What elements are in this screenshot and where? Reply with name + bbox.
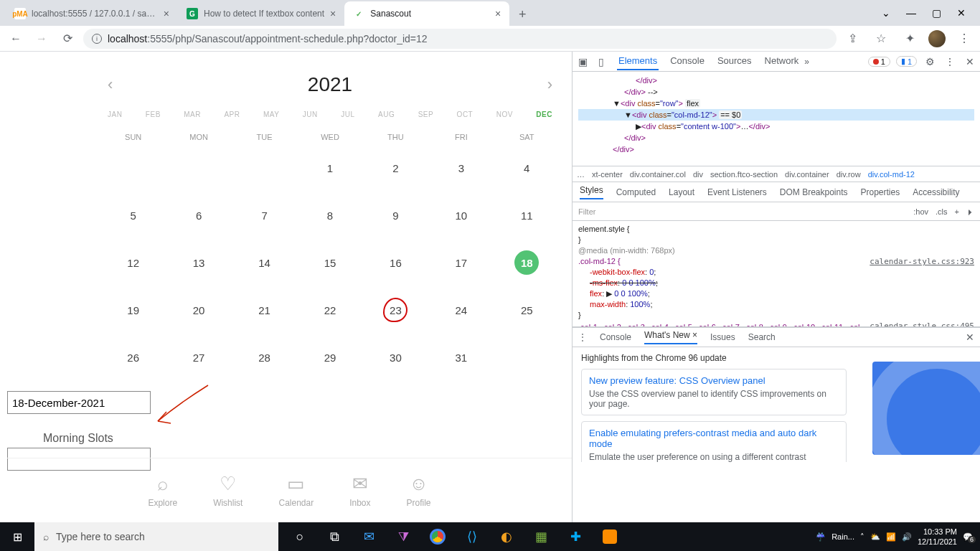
app-icon-1[interactable]: ▦ xyxy=(525,522,557,551)
cortana-icon[interactable]: ○ xyxy=(284,522,316,551)
styles-subtab[interactable]: Event Listeners xyxy=(707,187,767,197)
back-button[interactable]: ← xyxy=(6,29,26,49)
calendar-day[interactable]: 11 xyxy=(494,203,560,227)
calendar-day[interactable]: 25 xyxy=(494,298,560,322)
styles-subtab[interactable]: Computed xyxy=(616,187,656,197)
breadcrumb-item[interactable]: … xyxy=(577,170,585,179)
browser-tab[interactable]: ✓Sanascout× xyxy=(344,1,509,26)
calendar-month[interactable]: JUL xyxy=(341,110,354,118)
device-toggle-icon[interactable]: ▯ xyxy=(594,55,608,69)
styles-subtab[interactable]: Layout xyxy=(669,187,694,197)
filter-input[interactable]: Filter xyxy=(578,207,595,216)
calendar-month[interactable]: AUG xyxy=(378,110,395,118)
styles-subtab[interactable]: DOM Breakpoints xyxy=(780,187,848,197)
more-panels[interactable]: » xyxy=(804,57,809,67)
errors-badge[interactable]: 1 xyxy=(868,57,890,67)
calendar-day[interactable]: 7 xyxy=(232,203,297,227)
eclipse-icon[interactable]: ◐ xyxy=(491,522,522,551)
breadcrumb-item[interactable]: div xyxy=(693,170,703,179)
calendar-day[interactable]: 5 xyxy=(100,203,166,227)
calendar-day[interactable]: 22 xyxy=(297,298,362,322)
calendar-month[interactable]: JAN xyxy=(108,110,122,118)
inspect-icon[interactable]: ▣ xyxy=(575,55,590,69)
chevron-down-icon[interactable]: ⌄ xyxy=(882,7,890,19)
calendar-day[interactable]: 26 xyxy=(100,345,166,369)
clock[interactable]: 10:33 PM 12/11/2021 xyxy=(918,527,957,547)
breadcrumb-item[interactable]: div.container.col xyxy=(630,170,686,179)
profile-avatar[interactable] xyxy=(928,30,946,47)
breadcrumb-item[interactable]: section.ftco-section xyxy=(710,170,778,179)
devtools-tab[interactable]: Network xyxy=(763,52,801,70)
calendar-day[interactable]: 31 xyxy=(428,345,494,369)
styles-pane[interactable]: element.style { } @media (min-width: 768… xyxy=(573,221,980,327)
app-icon-2[interactable]: ✚ xyxy=(560,522,591,551)
breadcrumb-item[interactable]: div.col-md-12 xyxy=(868,170,915,179)
drawer-tab[interactable]: Search xyxy=(748,332,776,342)
devtools-tab[interactable]: Elements xyxy=(617,52,659,70)
calendar-day[interactable]: 18 xyxy=(494,250,560,275)
task-view-icon[interactable]: ⧉ xyxy=(319,522,350,551)
calendar-prev[interactable]: ‹ xyxy=(108,75,113,94)
calendar-day[interactable]: 20 xyxy=(166,298,231,322)
chrome-icon[interactable] xyxy=(422,522,453,551)
bottom-nav-item[interactable]: ☺Profile xyxy=(407,473,431,508)
calendar-day[interactable]: 8 xyxy=(297,203,362,227)
calendar-day[interactable]: 9 xyxy=(363,203,428,227)
site-info-icon[interactable]: i xyxy=(92,34,102,44)
devtools-tab[interactable]: Sources xyxy=(716,52,753,70)
calendar-day[interactable]: 24 xyxy=(428,298,494,322)
notifications-icon[interactable]: 💬6 xyxy=(963,532,973,542)
wifi-icon[interactable]: 📶 xyxy=(886,532,896,542)
styles-subtab[interactable]: Styles xyxy=(580,185,603,199)
calendar-day[interactable]: 23 xyxy=(363,298,428,322)
drawer-tab[interactable]: Console xyxy=(600,332,631,342)
calendar-day[interactable]: 4 xyxy=(494,156,560,180)
forward-button[interactable]: → xyxy=(32,29,52,49)
calendar-month[interactable]: MAR xyxy=(184,110,201,118)
styles-subtab[interactable]: Accessibility xyxy=(913,187,959,197)
calendar-day[interactable]: 15 xyxy=(297,250,362,275)
toggle-icon[interactable]: ⏵ xyxy=(966,207,974,216)
bottom-nav-item[interactable]: ⌕Explore xyxy=(148,473,177,508)
kebab-icon[interactable]: ⋮ xyxy=(943,55,957,69)
calendar-day[interactable]: 28 xyxy=(232,345,297,369)
taskbar-search[interactable]: ⌕ Type here to search xyxy=(34,522,278,551)
drawer-close-icon[interactable]: ✕ xyxy=(966,331,974,343)
maximize-icon[interactable]: ▢ xyxy=(932,7,941,19)
calendar-day[interactable]: 6 xyxy=(166,203,231,227)
menu-icon[interactable]: ⋮ xyxy=(954,29,974,49)
whatsnew-card[interactable]: Enable emulating prefers-contrast media … xyxy=(581,421,847,462)
devtools-close-icon[interactable]: ✕ xyxy=(963,55,977,69)
calendar-day[interactable]: 30 xyxy=(363,345,428,369)
filter-toggle[interactable]: .cls xyxy=(936,207,948,216)
drawer-tab[interactable]: Issues xyxy=(710,332,735,342)
calendar-day[interactable]: 14 xyxy=(232,250,297,275)
breadcrumb-item[interactable]: div.container xyxy=(785,170,829,179)
tray-chevron-icon[interactable]: ˄ xyxy=(860,532,864,542)
whatsnew-card[interactable]: New preview feature: CSS Overview panelU… xyxy=(581,369,847,415)
bottom-nav-item[interactable]: ▭Calendar xyxy=(278,473,314,508)
filter-toggle[interactable]: :hov xyxy=(913,207,928,216)
elements-tree[interactable]: </div></div> -->▼<div class="row"> flex▼… xyxy=(573,72,980,166)
filter-toggle[interactable]: + xyxy=(955,207,959,216)
tab-close-icon[interactable]: × xyxy=(330,8,336,19)
calendar-day[interactable]: 19 xyxy=(100,298,166,322)
breadcrumb-item[interactable]: div.row xyxy=(837,170,861,179)
weather-icon[interactable]: ☔ xyxy=(816,532,826,542)
calendar-month[interactable]: NOV xyxy=(496,110,513,118)
calendar-month[interactable]: OCT xyxy=(457,110,473,118)
start-button[interactable]: ⊞ xyxy=(0,522,34,551)
calendar-next[interactable]: › xyxy=(547,75,552,94)
calendar-month[interactable]: JUN xyxy=(303,110,318,118)
devtools-tab[interactable]: Console xyxy=(669,52,706,70)
close-icon[interactable]: ✕ xyxy=(957,7,966,19)
vscode-icon[interactable]: ⟨⟩ xyxy=(456,522,488,551)
styles-subtab[interactable]: Properties xyxy=(861,187,900,197)
xampp-icon[interactable] xyxy=(594,522,626,551)
weather-text[interactable]: Rain... xyxy=(831,532,854,541)
drawer-tab[interactable]: What's New × xyxy=(644,330,697,344)
address-bar[interactable]: i localhost:5555/php/Sanascout/appointme… xyxy=(83,29,837,49)
minimize-icon[interactable]: — xyxy=(906,7,916,19)
calendar-day[interactable]: 1 xyxy=(297,156,362,180)
tab-close-icon[interactable]: × xyxy=(495,8,501,19)
